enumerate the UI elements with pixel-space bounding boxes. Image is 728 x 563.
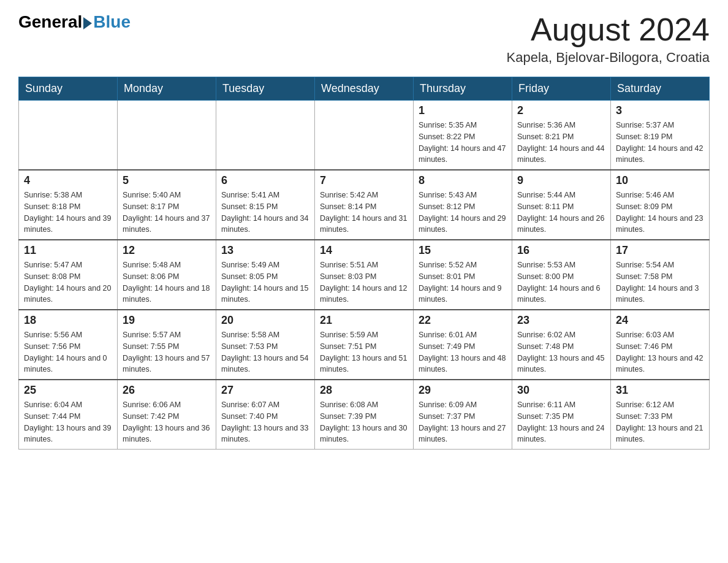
day-info: Sunrise: 6:03 AMSunset: 7:46 PMDaylight:… xyxy=(616,329,704,375)
calendar-table: SundayMondayTuesdayWednesdayThursdayFrid… xyxy=(18,77,710,450)
calendar-cell: 28Sunrise: 6:08 AMSunset: 7:39 PMDayligh… xyxy=(315,380,414,450)
day-info: Sunrise: 5:41 AMSunset: 8:15 PMDaylight:… xyxy=(221,190,309,236)
day-info: Sunrise: 5:38 AMSunset: 8:18 PMDaylight:… xyxy=(24,190,112,236)
calendar-cell: 21Sunrise: 5:59 AMSunset: 7:51 PMDayligh… xyxy=(315,310,414,380)
calendar-cell: 23Sunrise: 6:02 AMSunset: 7:48 PMDayligh… xyxy=(512,310,611,380)
calendar-cell: 5Sunrise: 5:40 AMSunset: 8:17 PMDaylight… xyxy=(118,170,216,240)
day-info: Sunrise: 5:46 AMSunset: 8:09 PMDaylight:… xyxy=(616,190,704,236)
day-info: Sunrise: 6:01 AMSunset: 7:49 PMDaylight:… xyxy=(419,329,507,375)
day-info: Sunrise: 5:40 AMSunset: 8:17 PMDaylight:… xyxy=(123,190,211,236)
day-info: Sunrise: 5:59 AMSunset: 7:51 PMDaylight:… xyxy=(320,329,408,375)
calendar-cell: 17Sunrise: 5:54 AMSunset: 7:58 PMDayligh… xyxy=(611,240,710,310)
day-number: 26 xyxy=(123,384,211,397)
location-subtitle: Kapela, Bjelovar-Bilogora, Croatia xyxy=(507,50,710,66)
day-info: Sunrise: 6:02 AMSunset: 7:48 PMDaylight:… xyxy=(517,329,605,375)
day-number: 7 xyxy=(320,174,408,187)
column-header-saturday: Saturday xyxy=(611,77,710,101)
calendar-cell: 31Sunrise: 6:12 AMSunset: 7:33 PMDayligh… xyxy=(611,380,710,450)
month-year-title: August 2024 xyxy=(507,12,710,47)
calendar-cell xyxy=(216,101,315,170)
day-number: 12 xyxy=(123,244,211,257)
calendar-cell: 12Sunrise: 5:48 AMSunset: 8:06 PMDayligh… xyxy=(118,240,216,310)
day-info: Sunrise: 5:56 AMSunset: 7:56 PMDaylight:… xyxy=(24,329,112,375)
calendar-cell: 27Sunrise: 6:07 AMSunset: 7:40 PMDayligh… xyxy=(216,380,315,450)
day-info: Sunrise: 5:58 AMSunset: 7:53 PMDaylight:… xyxy=(221,329,309,375)
day-info: Sunrise: 5:53 AMSunset: 8:00 PMDaylight:… xyxy=(517,259,605,305)
day-info: Sunrise: 5:49 AMSunset: 8:05 PMDaylight:… xyxy=(221,259,309,305)
day-info: Sunrise: 5:51 AMSunset: 8:03 PMDaylight:… xyxy=(320,259,408,305)
calendar-cell xyxy=(315,101,414,170)
calendar-week-4: 18Sunrise: 5:56 AMSunset: 7:56 PMDayligh… xyxy=(19,310,710,380)
day-info: Sunrise: 5:57 AMSunset: 7:55 PMDaylight:… xyxy=(123,329,211,375)
calendar-header-row: SundayMondayTuesdayWednesdayThursdayFrid… xyxy=(19,77,710,101)
calendar-cell: 16Sunrise: 5:53 AMSunset: 8:00 PMDayligh… xyxy=(512,240,611,310)
calendar-week-1: 1Sunrise: 5:35 AMSunset: 8:22 PMDaylight… xyxy=(19,101,710,170)
calendar-cell xyxy=(118,101,216,170)
day-number: 18 xyxy=(24,314,112,327)
calendar-cell: 11Sunrise: 5:47 AMSunset: 8:08 PMDayligh… xyxy=(19,240,118,310)
day-info: Sunrise: 6:06 AMSunset: 7:42 PMDaylight:… xyxy=(123,399,211,445)
day-info: Sunrise: 6:08 AMSunset: 7:39 PMDaylight:… xyxy=(320,399,408,445)
logo-blue-text: Blue xyxy=(93,12,131,32)
calendar-cell: 18Sunrise: 5:56 AMSunset: 7:56 PMDayligh… xyxy=(19,310,118,380)
calendar-cell: 22Sunrise: 6:01 AMSunset: 7:49 PMDayligh… xyxy=(414,310,512,380)
calendar-cell: 10Sunrise: 5:46 AMSunset: 8:09 PMDayligh… xyxy=(611,170,710,240)
title-section: August 2024 Kapela, Bjelovar-Bilogora, C… xyxy=(507,12,710,66)
logo: General Blue xyxy=(18,12,131,32)
calendar-cell: 9Sunrise: 5:44 AMSunset: 8:11 PMDaylight… xyxy=(512,170,611,240)
logo-triangle-icon xyxy=(83,17,92,29)
day-number: 23 xyxy=(517,314,605,327)
day-number: 2 xyxy=(517,104,605,117)
day-info: Sunrise: 5:47 AMSunset: 8:08 PMDaylight:… xyxy=(24,259,112,305)
calendar-cell: 6Sunrise: 5:41 AMSunset: 8:15 PMDaylight… xyxy=(216,170,315,240)
day-number: 10 xyxy=(616,174,704,187)
day-info: Sunrise: 5:48 AMSunset: 8:06 PMDaylight:… xyxy=(123,259,211,305)
column-header-thursday: Thursday xyxy=(414,77,512,101)
day-number: 27 xyxy=(221,384,309,397)
column-header-friday: Friday xyxy=(512,77,611,101)
calendar-cell: 7Sunrise: 5:42 AMSunset: 8:14 PMDaylight… xyxy=(315,170,414,240)
calendar-cell: 4Sunrise: 5:38 AMSunset: 8:18 PMDaylight… xyxy=(19,170,118,240)
day-number: 13 xyxy=(221,244,309,257)
day-number: 21 xyxy=(320,314,408,327)
calendar-cell: 2Sunrise: 5:36 AMSunset: 8:21 PMDaylight… xyxy=(512,101,611,170)
day-number: 22 xyxy=(419,314,507,327)
calendar-cell: 30Sunrise: 6:11 AMSunset: 7:35 PMDayligh… xyxy=(512,380,611,450)
calendar-cell: 14Sunrise: 5:51 AMSunset: 8:03 PMDayligh… xyxy=(315,240,414,310)
calendar-week-5: 25Sunrise: 6:04 AMSunset: 7:44 PMDayligh… xyxy=(19,380,710,450)
day-info: Sunrise: 5:43 AMSunset: 8:12 PMDaylight:… xyxy=(419,190,507,236)
calendar-cell xyxy=(19,101,118,170)
day-number: 20 xyxy=(221,314,309,327)
day-info: Sunrise: 5:54 AMSunset: 7:58 PMDaylight:… xyxy=(616,259,704,305)
day-info: Sunrise: 5:35 AMSunset: 8:22 PMDaylight:… xyxy=(419,120,507,166)
calendar-cell: 26Sunrise: 6:06 AMSunset: 7:42 PMDayligh… xyxy=(118,380,216,450)
day-number: 17 xyxy=(616,244,704,257)
day-number: 25 xyxy=(24,384,112,397)
calendar-cell: 13Sunrise: 5:49 AMSunset: 8:05 PMDayligh… xyxy=(216,240,315,310)
page-header: General Blue August 2024 Kapela, Bjelova… xyxy=(18,12,710,66)
calendar-cell: 19Sunrise: 5:57 AMSunset: 7:55 PMDayligh… xyxy=(118,310,216,380)
calendar-cell: 20Sunrise: 5:58 AMSunset: 7:53 PMDayligh… xyxy=(216,310,315,380)
column-header-tuesday: Tuesday xyxy=(216,77,315,101)
calendar-cell: 25Sunrise: 6:04 AMSunset: 7:44 PMDayligh… xyxy=(19,380,118,450)
day-number: 3 xyxy=(616,104,704,117)
calendar-week-3: 11Sunrise: 5:47 AMSunset: 8:08 PMDayligh… xyxy=(19,240,710,310)
day-number: 9 xyxy=(517,174,605,187)
day-info: Sunrise: 6:07 AMSunset: 7:40 PMDaylight:… xyxy=(221,399,309,445)
day-number: 30 xyxy=(517,384,605,397)
day-info: Sunrise: 5:52 AMSunset: 8:01 PMDaylight:… xyxy=(419,259,507,305)
column-header-monday: Monday xyxy=(118,77,216,101)
day-number: 5 xyxy=(123,174,211,187)
day-info: Sunrise: 5:36 AMSunset: 8:21 PMDaylight:… xyxy=(517,120,605,166)
day-number: 31 xyxy=(616,384,704,397)
day-number: 14 xyxy=(320,244,408,257)
day-number: 19 xyxy=(123,314,211,327)
day-number: 24 xyxy=(616,314,704,327)
calendar-cell: 8Sunrise: 5:43 AMSunset: 8:12 PMDaylight… xyxy=(414,170,512,240)
day-info: Sunrise: 5:37 AMSunset: 8:19 PMDaylight:… xyxy=(616,120,704,166)
day-number: 4 xyxy=(24,174,112,187)
column-header-sunday: Sunday xyxy=(19,77,118,101)
logo-general-text: General xyxy=(18,12,82,32)
calendar-cell: 15Sunrise: 5:52 AMSunset: 8:01 PMDayligh… xyxy=(414,240,512,310)
day-info: Sunrise: 6:12 AMSunset: 7:33 PMDaylight:… xyxy=(616,399,704,445)
